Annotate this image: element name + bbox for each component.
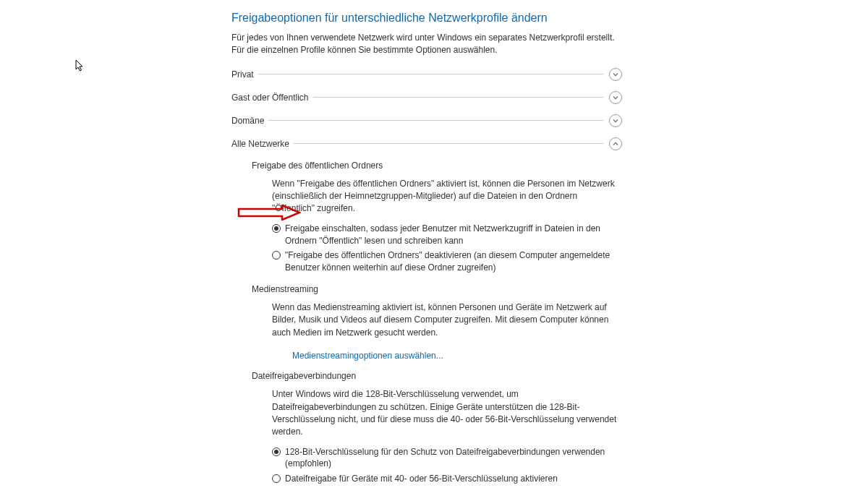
radio-group-encryption: 128-Bit-Verschlüsselung für den Schutz v… [272, 446, 622, 485]
radio-group-public-folder: Freigabe einschalten, sodass jeder Benut… [272, 223, 622, 274]
subsection-file-sharing-connections: Dateifreigabeverbindungen Unter Windows … [252, 371, 622, 485]
subsection-title: Medienstreaming [252, 284, 622, 294]
subsection-public-folder: Freigabe des öffentlichen Ordners Wenn "… [252, 160, 622, 274]
subsection-media-streaming: Medienstreaming Wenn das Medienstreaming… [252, 284, 622, 361]
radio-icon [272, 448, 281, 456]
annotation-arrow-icon [237, 205, 301, 221]
radio-label: Freigabe einschalten, sodass jeder Benut… [285, 223, 622, 247]
page-title: Freigabeoptionen für unterschiedliche Ne… [231, 12, 622, 25]
radio-40-56bit[interactable]: Dateifreigabe für Geräte mit 40- oder 56… [272, 473, 622, 485]
section-label: Alle Netzwerke [231, 139, 294, 149]
section-domaene[interactable]: Domäne [231, 114, 622, 127]
section-alle-netzwerke[interactable]: Alle Netzwerke [231, 137, 622, 150]
subsection-description: Wenn "Freigabe des öffentlichen Ordners"… [272, 178, 622, 215]
settings-panel: Freigabeoptionen für unterschiedliche Ne… [231, 12, 622, 488]
radio-label: Dateifreigabe für Geräte mit 40- oder 56… [285, 473, 558, 485]
divider [294, 143, 603, 144]
chevron-down-icon[interactable] [609, 91, 622, 104]
subsection-description: Unter Windows wird die 128-Bit-Verschlüs… [272, 388, 622, 439]
subsection-title: Freigabe des öffentlichen Ordners [252, 160, 622, 171]
chevron-down-icon[interactable] [609, 114, 622, 127]
page-description: Für jedes von Ihnen verwendete Netzwerk … [231, 32, 622, 56]
section-label: Privat [231, 69, 258, 80]
radio-label: "Freigabe des öffentlichen Ordners" deak… [285, 249, 622, 274]
radio-enable-sharing[interactable]: Freigabe einschalten, sodass jeder Benut… [272, 223, 622, 247]
chevron-up-icon[interactable] [609, 137, 622, 150]
divider [268, 120, 603, 121]
chevron-down-icon[interactable] [609, 68, 622, 81]
cursor-icon [75, 59, 85, 72]
radio-icon [272, 224, 281, 233]
section-gast[interactable]: Gast oder Öffentlich [231, 91, 622, 104]
radio-label: 128-Bit-Verschlüsselung für den Schutz v… [285, 446, 622, 471]
radio-icon [272, 251, 281, 260]
section-privat[interactable]: Privat [231, 68, 622, 81]
divider [258, 74, 603, 74]
section-label: Domäne [231, 116, 268, 126]
divider [313, 97, 604, 98]
radio-icon [272, 474, 281, 483]
subsection-description: Wenn das Medienstreaming aktiviert ist, … [272, 301, 622, 339]
media-streaming-link[interactable]: Medienstreamingoptionen auswählen... [292, 351, 443, 361]
subsection-title: Dateifreigabeverbindungen [252, 371, 622, 381]
radio-disable-sharing[interactable]: "Freigabe des öffentlichen Ordners" deak… [272, 249, 622, 274]
radio-128bit[interactable]: 128-Bit-Verschlüsselung für den Schutz v… [272, 446, 622, 471]
section-label: Gast oder Öffentlich [231, 93, 313, 103]
